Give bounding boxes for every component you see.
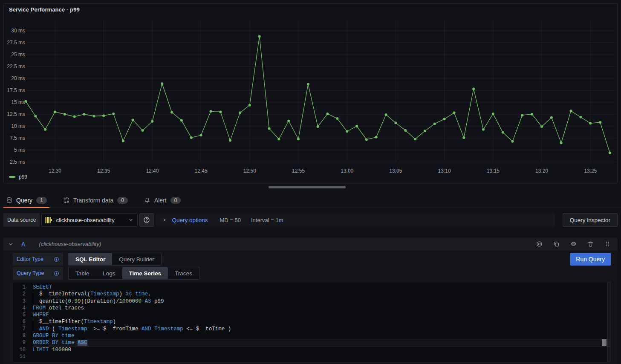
max-data-points-value: MD = 50 — [220, 217, 241, 223]
svg-text:13:20: 13:20 — [535, 168, 548, 174]
line-number: 7 — [13, 326, 33, 332]
legend-swatch — [9, 176, 15, 178]
timeseries-panel: 30 ms27.5 ms25 ms22.5 ms20 ms17.5 ms15 m… — [3, 3, 618, 183]
code-line-5[interactable]: 5WHERE — [13, 312, 610, 318]
query-type-row: Query Type TableLogsTime SeriesTraces — [13, 267, 611, 280]
code-line-8[interactable]: 8GROUP BY time — [13, 332, 610, 339]
code-line-9[interactable]: 9ORDER BY time ASC — [13, 339, 610, 346]
tab-badge: 1 — [36, 197, 47, 204]
line-number: 4 — [13, 305, 33, 312]
tab-badge: 0 — [170, 197, 181, 204]
query-editor-body: Editor Type SQL EditorQuery Builder Run … — [3, 251, 618, 364]
code-text[interactable]: AND ( Timestamp >= $__fromTime AND Times… — [33, 326, 610, 332]
code-line-10[interactable]: 10LIMIT 100000 — [13, 347, 610, 353]
query-ref-id[interactable]: A — [21, 241, 25, 248]
line-number: 6 — [13, 318, 33, 325]
drag-handle-icon[interactable] — [604, 241, 611, 247]
query-options-bar[interactable]: Query options MD = 50 Interval = 1m — [156, 213, 555, 227]
remove-query-icon[interactable] — [587, 241, 594, 247]
sql-code-editor[interactable]: 1SELECT2 $__timeInterval(Timestamp) as t… — [13, 282, 611, 362]
tab-badge: 0 — [117, 197, 128, 204]
code-text[interactable]: FROM otel_traces — [33, 305, 610, 312]
query-inspector-button[interactable]: Query inspector — [563, 213, 618, 227]
code-text[interactable]: WHERE — [33, 312, 610, 318]
svg-text:13:25: 13:25 — [584, 168, 597, 174]
code-text[interactable] — [33, 353, 610, 360]
panel-scrollbar — [0, 183, 621, 189]
query-row-header[interactable]: A (clickhouse-observability) — [3, 237, 618, 251]
duplicate-query-icon[interactable] — [553, 241, 560, 247]
svg-text:10 ms: 10 ms — [11, 123, 25, 129]
legend-label[interactable]: p99 — [19, 174, 27, 180]
svg-text:12:35: 12:35 — [97, 168, 110, 174]
clickhouse-logo-icon — [45, 217, 52, 224]
info-icon[interactable] — [54, 271, 59, 276]
svg-text:22.5 ms: 22.5 ms — [7, 64, 25, 69]
code-text[interactable]: GROUP BY time — [33, 332, 610, 339]
editor-type-option-sql-editor[interactable]: SQL Editor — [69, 253, 112, 265]
query-editor-row: A (clickhouse-observability) Editor Type… — [3, 237, 618, 364]
scrollbar-thumb[interactable] — [269, 186, 346, 188]
panel-title: Service Performance - p99 — [9, 6, 80, 13]
line-number: 2 — [13, 291, 33, 298]
hide-response-icon[interactable] — [570, 241, 577, 247]
code-line-2[interactable]: 2 $__timeInterval(Timestamp) as time, — [13, 291, 610, 298]
code-text[interactable]: quantile(0.99)(Duration)/1000000 AS p99 — [33, 298, 610, 305]
timeseries-chart[interactable]: 30 ms27.5 ms25 ms22.5 ms20 ms17.5 ms15 m… — [4, 4, 617, 183]
code-text[interactable]: $__timeFilter(Timestamp) — [33, 318, 610, 325]
code-text[interactable]: SELECT — [33, 284, 610, 291]
code-text[interactable]: ORDER BY time ASC — [33, 339, 610, 346]
code-line-6[interactable]: 6 $__timeFilter(Timestamp) — [13, 318, 610, 325]
query-type-option-traces[interactable]: Traces — [168, 267, 199, 279]
tab-alert[interactable]: Alert0 — [142, 193, 183, 208]
code-line-11[interactable]: 11 — [13, 353, 610, 360]
info-icon[interactable] — [54, 257, 59, 262]
chart-legend[interactable]: p99 — [9, 174, 27, 180]
svg-text:12:40: 12:40 — [146, 168, 159, 174]
editor-tabs: Query1Transform data0Alert0 — [0, 193, 621, 208]
query-datasource-hint: (clickhouse-observability) — [39, 241, 101, 247]
line-number: 8 — [13, 332, 33, 339]
svg-text:25 ms: 25 ms — [11, 52, 25, 58]
svg-text:13:10: 13:10 — [438, 168, 451, 174]
code-text[interactable]: LIMIT 100000 — [33, 347, 610, 353]
query-options-label[interactable]: Query options — [172, 217, 208, 223]
query-type-option-logs[interactable]: Logs — [96, 267, 122, 279]
datasource-picker[interactable]: clickhouse-observability — [41, 213, 138, 227]
bell-icon — [144, 197, 150, 203]
query-type-group: TableLogsTime SeriesTraces — [68, 267, 199, 280]
code-text[interactable]: $__timeInterval(Timestamp) as time, — [33, 291, 610, 298]
query-type-option-time-series[interactable]: Time Series — [122, 267, 168, 279]
transform-icon — [63, 197, 69, 203]
disable-query-icon[interactable] — [536, 241, 543, 247]
editor-type-option-query-builder[interactable]: Query Builder — [112, 253, 161, 265]
collapse-chevron-icon[interactable] — [8, 241, 14, 247]
editor-type-row: Editor Type SQL EditorQuery Builder Run … — [13, 253, 611, 266]
query-type-option-table[interactable]: Table — [69, 267, 96, 279]
svg-text:30 ms: 30 ms — [11, 28, 25, 34]
chevron-down-icon — [128, 217, 134, 223]
editor-type-label: Editor Type — [13, 253, 63, 266]
chevron-right-icon — [162, 217, 168, 223]
svg-text:15 ms: 15 ms — [11, 99, 25, 105]
code-line-4[interactable]: 4FROM otel_traces — [13, 305, 610, 312]
code-line-7[interactable]: 7 AND ( Timestamp >= $__fromTime AND Tim… — [13, 326, 610, 332]
svg-text:13:15: 13:15 — [487, 168, 500, 174]
svg-text:12:30: 12:30 — [49, 168, 61, 174]
code-line-3[interactable]: 3 quantile(0.99)(Duration)/1000000 AS p9… — [13, 298, 610, 305]
datasource-value: clickhouse-observability — [56, 217, 124, 223]
tab-transform-data[interactable]: Transform data0 — [61, 193, 130, 208]
grafana-panel-editor: 30 ms27.5 ms25 ms22.5 ms20 ms17.5 ms15 m… — [0, 0, 621, 364]
line-number: 9 — [13, 339, 33, 346]
svg-text:5 ms: 5 ms — [14, 147, 25, 153]
svg-text:20 ms: 20 ms — [11, 75, 25, 81]
tab-query[interactable]: Query1 — [3, 193, 49, 208]
line-number: 1 — [13, 284, 33, 291]
line-number: 3 — [13, 298, 33, 305]
code-line-1[interactable]: 1SELECT — [13, 284, 610, 291]
datasource-label: Data source — [3, 213, 40, 227]
line-number: 11 — [13, 353, 33, 360]
svg-text:17.5 ms: 17.5 ms — [7, 87, 25, 93]
run-query-button[interactable]: Run Query — [570, 253, 611, 266]
datasource-help-button[interactable] — [139, 213, 154, 227]
